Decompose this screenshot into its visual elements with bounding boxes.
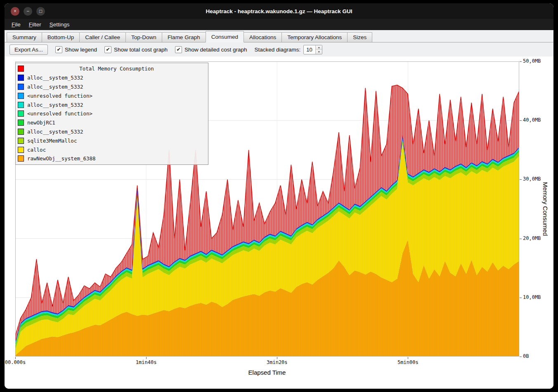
legend-label: sqlite3MemMalloc: [27, 138, 77, 144]
window-controls: × − □: [11, 7, 45, 16]
legend-swatch: [18, 155, 24, 162]
x-tick-mark: [15, 357, 16, 359]
tab-bar: SummaryBottom-UpCaller / CalleeTop-DownF…: [5, 30, 553, 42]
y-tick-mark: [520, 357, 522, 357]
legend-label: <unresolved function>: [27, 93, 92, 99]
legend-item: rawNewObj__system_6388: [18, 154, 206, 163]
y-tick-mark: [520, 61, 522, 62]
x-tick-label: 1min40s: [136, 359, 157, 365]
legend-swatch: [18, 147, 24, 153]
legend-item: alloc__system_5332: [18, 73, 206, 82]
legend-swatch: [18, 110, 24, 117]
legend-item: calloc: [18, 145, 206, 154]
tab-bottom-up[interactable]: Bottom-Up: [42, 32, 80, 42]
tab-temporary-allocations[interactable]: Temporary Allocations: [281, 32, 348, 42]
stacked-diagrams-control: Stacked diagrams: 10 ▴ ▾: [255, 45, 323, 54]
legend-label: <unresolved function>: [27, 110, 92, 117]
x-tick-label: 00.000s: [5, 359, 26, 365]
maximize-icon: □: [39, 9, 42, 14]
y-tick-mark: [520, 179, 522, 180]
y-tick-label: 40,0MB: [523, 117, 541, 123]
spinbox-up-button[interactable]: ▴: [316, 45, 322, 49]
checkbox-label: Show detailed cost graph: [184, 47, 247, 53]
y-tick-label: 20,0MB: [523, 235, 541, 241]
legend-items: alloc__system_5332alloc__system_5332<unr…: [18, 73, 206, 163]
legend-item: alloc__system_5332: [18, 82, 206, 92]
y-tick-label: 30,0MB: [523, 176, 541, 182]
menu-filter[interactable]: Filter: [25, 20, 45, 29]
minimize-icon: −: [26, 9, 29, 14]
legend-label: alloc__system_5332: [27, 84, 83, 90]
checkbox-show-detailed-cost-graph[interactable]: ✔Show detailed cost graph: [175, 46, 247, 53]
legend-swatch: [18, 129, 24, 135]
title-bar: × − □ Heaptrack - heaptrack.wakunode.1.g…: [5, 3, 553, 19]
tab-caller-callee[interactable]: Caller / Callee: [79, 32, 126, 42]
stacked-diagrams-label: Stacked diagrams:: [255, 47, 301, 53]
tab-summary[interactable]: Summary: [7, 32, 42, 42]
y-tick-mark: [520, 239, 522, 239]
close-button[interactable]: ×: [11, 7, 19, 16]
tab-sizes[interactable]: Sizes: [347, 32, 372, 42]
legend-title-row: Total Memory Consumption: [18, 64, 206, 73]
tab-allocations[interactable]: Allocations: [244, 32, 282, 42]
legend-title: Total Memory Consumption: [27, 66, 206, 72]
y-tick-label: 10,0MB: [523, 294, 541, 300]
spinbox-buttons: ▴ ▾: [315, 45, 322, 54]
x-tick-mark: [146, 357, 147, 359]
legend: Total Memory Consumption alloc__system_5…: [15, 63, 208, 165]
legend-item: newObjRC1: [18, 118, 206, 127]
stacked-diagrams-spinbox[interactable]: 10 ▴ ▾: [303, 45, 322, 54]
toolbar-checkboxes: ✔Show legend✔Show total cost graph✔Show …: [55, 46, 247, 53]
checkbox-show-legend[interactable]: ✔Show legend: [55, 46, 97, 53]
legend-label: alloc__system_5332: [27, 129, 83, 135]
legend-label: alloc__system_5332: [27, 102, 83, 108]
y-tick-mark: [520, 120, 522, 121]
menu-bar: FileFilterSettings: [5, 19, 553, 30]
x-tick-label: 3min20s: [267, 359, 288, 365]
close-icon: ×: [14, 9, 17, 14]
legend-label: rawNewObj__system_6388: [27, 155, 96, 162]
chart-area: Total Memory Consumption alloc__system_5…: [5, 56, 553, 389]
legend-item: sqlite3MemMalloc: [18, 136, 206, 145]
x-tick-label: 5min00s: [397, 359, 418, 365]
legend-swatch-total: [18, 66, 24, 72]
legend-swatch: [18, 93, 24, 99]
menu-file[interactable]: File: [8, 20, 24, 29]
legend-swatch: [18, 138, 24, 144]
checkbox-box[interactable]: ✔: [55, 46, 62, 53]
x-axis-title: Elapsed Time: [248, 369, 286, 376]
legend-swatch: [18, 102, 24, 108]
window-title: Heaptrack - heaptrack.wakunode.1.gz — He…: [5, 8, 553, 14]
legend-item: <unresolved function>: [18, 91, 206, 100]
legend-label: newObjRC1: [27, 120, 55, 126]
tab-top-down[interactable]: Top-Down: [125, 32, 162, 42]
checkbox-box[interactable]: ✔: [104, 46, 111, 53]
checkbox-label: Show legend: [65, 47, 97, 53]
legend-swatch: [18, 75, 24, 81]
y-tick-mark: [520, 298, 522, 298]
x-tick-mark: [408, 357, 408, 359]
legend-label: alloc__system_5332: [27, 75, 83, 81]
y-axis-title: Memory Consumed: [542, 182, 549, 236]
heaptrack-window: × − □ Heaptrack - heaptrack.wakunode.1.g…: [5, 3, 553, 389]
stacked-diagrams-value: 10: [304, 45, 315, 54]
toolbar: Export As... ✔Show legend✔Show total cos…: [5, 42, 553, 56]
x-tick-mark: [277, 357, 277, 359]
legend-label: calloc: [27, 147, 46, 153]
y-tick-label: 50,0MB: [523, 58, 541, 64]
menu-settings[interactable]: Settings: [46, 20, 73, 29]
checkbox-label: Show total cost graph: [114, 47, 168, 53]
tab-consumed[interactable]: Consumed: [206, 31, 244, 42]
tab-flame-graph[interactable]: Flame Graph: [162, 32, 206, 42]
legend-item: alloc__system_5332: [18, 100, 206, 109]
checkbox-show-total-cost-graph[interactable]: ✔Show total cost graph: [104, 46, 168, 53]
y-tick-label: 0B: [523, 353, 529, 359]
maximize-button[interactable]: □: [36, 7, 45, 16]
legend-item: alloc__system_5332: [18, 127, 206, 136]
legend-swatch: [18, 120, 24, 126]
spinbox-down-button[interactable]: ▾: [316, 49, 322, 54]
export-as-button[interactable]: Export As...: [9, 45, 48, 55]
legend-item: <unresolved function>: [18, 109, 206, 118]
minimize-button[interactable]: −: [24, 7, 32, 16]
checkbox-box[interactable]: ✔: [175, 46, 182, 53]
